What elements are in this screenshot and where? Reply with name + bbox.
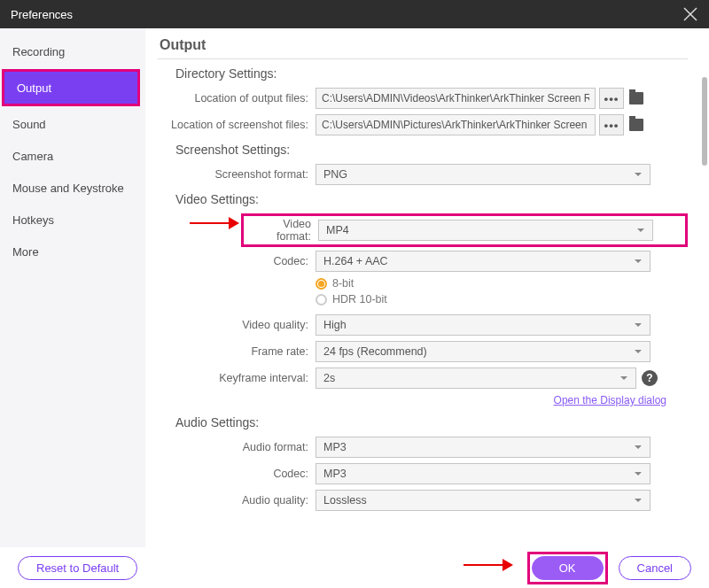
folder-icon[interactable] <box>629 92 643 104</box>
screenshot-browse-button[interactable]: ••• <box>599 114 624 135</box>
screenshot-location-field[interactable] <box>316 114 596 135</box>
sidebar-item-sound[interactable]: Sound <box>0 108 145 140</box>
section-audio: Audio Settings: <box>175 415 688 429</box>
footer: Reset to Default OK Cancel <box>0 547 709 588</box>
folder-icon[interactable] <box>629 119 643 131</box>
section-screenshot: Screenshot Settings: <box>175 143 688 157</box>
close-icon[interactable] <box>682 6 698 22</box>
radio-8bit[interactable] <box>316 278 327 290</box>
keyframe-select[interactable]: 2s <box>316 368 636 389</box>
chevron-down-icon <box>636 226 645 235</box>
annotation-arrow <box>464 559 513 571</box>
video-format-label: Video format: <box>245 218 318 243</box>
annotation-arrow <box>190 217 239 229</box>
keyframe-label: Keyframe interval: <box>158 372 316 384</box>
audio-quality-label: Audio quality: <box>158 494 316 507</box>
chevron-down-icon <box>634 347 643 356</box>
audio-format-select[interactable]: MP3 <box>316 437 651 458</box>
chevron-down-icon <box>634 170 643 179</box>
titlebar: Preferences <box>0 0 709 28</box>
window-title: Preferences <box>11 8 73 21</box>
screenshot-format-label: Screenshot format: <box>158 168 316 181</box>
video-quality-label: Video quality: <box>158 319 316 331</box>
chevron-down-icon <box>619 374 628 383</box>
sidebar-item-output[interactable]: Output <box>4 72 137 104</box>
chevron-down-icon <box>634 321 643 329</box>
frame-rate-select[interactable]: 24 fps (Recommend) <box>316 341 651 362</box>
scrollbar-thumb[interactable] <box>702 77 707 166</box>
display-dialog-link[interactable]: Open the Display dialog <box>158 394 666 406</box>
chevron-down-icon <box>634 257 643 266</box>
sidebar-item-recording[interactable]: Recording <box>0 35 145 67</box>
radio-hdr10[interactable] <box>316 294 327 306</box>
reset-button[interactable]: Reset to Default <box>18 556 137 580</box>
video-format-select[interactable]: MP4 <box>318 220 653 241</box>
section-video: Video Settings: <box>175 192 688 206</box>
output-location-label: Location of output files: <box>158 92 316 104</box>
audio-codec-select[interactable]: MP3 <box>316 463 651 484</box>
chevron-down-icon <box>634 469 643 478</box>
chevron-down-icon <box>634 443 643 452</box>
sidebar-item-mouse[interactable]: Mouse and Keystroke <box>0 172 145 204</box>
ok-button[interactable]: OK <box>532 556 604 580</box>
cancel-button[interactable]: Cancel <box>619 556 691 580</box>
sidebar: Recording Output Sound Camera Mouse and … <box>0 28 145 547</box>
audio-format-label: Audio format: <box>158 441 316 453</box>
sidebar-item-hotkeys[interactable]: Hotkeys <box>0 204 145 236</box>
screenshot-location-label: Location of screenshot files: <box>158 119 316 131</box>
video-quality-select[interactable]: High <box>316 314 651 336</box>
video-codec-select[interactable]: H.264 + AAC <box>316 251 651 272</box>
help-icon[interactable]: ? <box>642 370 658 386</box>
chevron-down-icon <box>634 496 643 505</box>
screenshot-format-select[interactable]: PNG <box>316 164 651 185</box>
audio-codec-label: Codec: <box>158 468 316 480</box>
output-browse-button[interactable]: ••• <box>599 88 624 109</box>
frame-rate-label: Frame rate: <box>158 345 316 358</box>
output-location-field[interactable] <box>316 88 596 109</box>
video-codec-label: Codec: <box>158 255 316 267</box>
audio-quality-select[interactable]: Lossless <box>316 490 651 511</box>
page-title: Output <box>158 37 688 53</box>
sidebar-item-camera[interactable]: Camera <box>0 140 145 172</box>
sidebar-item-more[interactable]: More <box>0 236 145 267</box>
main-panel: Output Directory Settings: Location of o… <box>145 28 709 547</box>
section-directory: Directory Settings: <box>175 66 688 81</box>
